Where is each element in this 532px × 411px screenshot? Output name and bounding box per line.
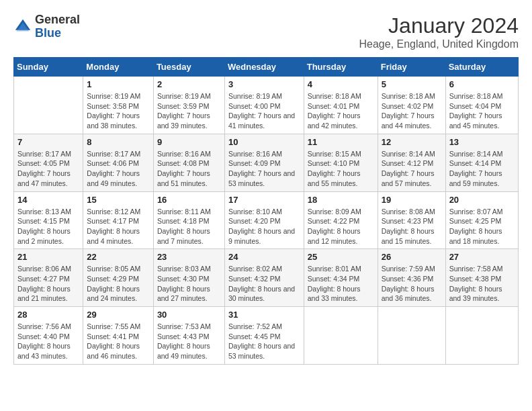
day-info: Sunrise: 8:02 AMSunset: 4:32 PMDaylight:… <box>228 264 300 304</box>
calendar-cell: 9Sunrise: 8:16 AMSunset: 4:08 PMDaylight… <box>153 134 224 191</box>
calendar-week-row: 7Sunrise: 8:17 AMSunset: 4:05 PMDaylight… <box>14 134 519 191</box>
calendar-cell: 27Sunrise: 7:58 AMSunset: 4:38 PMDayligh… <box>445 249 518 307</box>
day-number: 2 <box>157 79 221 89</box>
calendar-cell: 17Sunrise: 8:10 AMSunset: 4:20 PMDayligh… <box>224 191 304 249</box>
calendar-week-row: 21Sunrise: 8:06 AMSunset: 4:27 PMDayligh… <box>14 249 519 307</box>
day-info: Sunrise: 8:14 AMSunset: 4:14 PMDaylight:… <box>449 149 515 189</box>
header: General Blue January 2024 Heage, England… <box>13 13 519 50</box>
header-day: Wednesday <box>224 58 304 77</box>
header-day: Sunday <box>14 58 83 77</box>
calendar-table: SundayMondayTuesdayWednesdayThursdayFrid… <box>13 57 519 365</box>
day-number: 23 <box>157 252 221 262</box>
day-number: 6 <box>449 79 515 89</box>
subtitle: Heage, England, United Kingdom <box>359 38 519 50</box>
calendar-cell: 22Sunrise: 8:05 AMSunset: 4:29 PMDayligh… <box>83 249 154 307</box>
day-number: 31 <box>228 310 300 320</box>
calendar-week-row: 28Sunrise: 7:56 AMSunset: 4:40 PMDayligh… <box>14 307 519 365</box>
calendar-cell: 29Sunrise: 7:55 AMSunset: 4:41 PMDayligh… <box>83 307 154 365</box>
calendar-cell: 8Sunrise: 8:17 AMSunset: 4:06 PMDaylight… <box>83 134 154 191</box>
day-number: 26 <box>382 252 442 262</box>
day-info: Sunrise: 8:08 AMSunset: 4:23 PMDaylight:… <box>382 207 442 246</box>
logo-blue: Blue <box>35 27 80 40</box>
header-day: Tuesday <box>153 58 224 77</box>
day-number: 11 <box>308 137 374 147</box>
calendar-cell <box>378 307 445 365</box>
day-number: 28 <box>17 310 79 320</box>
calendar-cell: 7Sunrise: 8:17 AMSunset: 4:05 PMDaylight… <box>14 134 83 191</box>
day-info: Sunrise: 8:16 AMSunset: 4:09 PMDaylight:… <box>228 149 300 189</box>
day-number: 19 <box>382 195 442 205</box>
calendar-cell: 31Sunrise: 7:52 AMSunset: 4:45 PMDayligh… <box>224 307 304 365</box>
calendar-cell: 28Sunrise: 7:56 AMSunset: 4:40 PMDayligh… <box>14 307 83 365</box>
calendar-cell: 21Sunrise: 8:06 AMSunset: 4:27 PMDayligh… <box>14 249 83 307</box>
calendar-week-row: 1Sunrise: 8:19 AMSunset: 3:58 PMDaylight… <box>14 77 519 134</box>
logo-icon <box>13 17 32 36</box>
day-number: 1 <box>87 79 150 89</box>
day-info: Sunrise: 8:17 AMSunset: 4:05 PMDaylight:… <box>17 149 79 189</box>
calendar-cell: 12Sunrise: 8:14 AMSunset: 4:12 PMDayligh… <box>378 134 445 191</box>
calendar-cell: 25Sunrise: 8:01 AMSunset: 4:34 PMDayligh… <box>304 249 378 307</box>
day-number: 17 <box>228 195 300 205</box>
logo-general: General <box>35 13 80 27</box>
day-number: 3 <box>228 79 300 89</box>
calendar-cell: 10Sunrise: 8:16 AMSunset: 4:09 PMDayligh… <box>224 134 304 191</box>
header-day: Monday <box>83 58 154 77</box>
calendar-cell: 30Sunrise: 7:53 AMSunset: 4:43 PMDayligh… <box>153 307 224 365</box>
calendar-cell: 13Sunrise: 8:14 AMSunset: 4:14 PMDayligh… <box>445 134 518 191</box>
day-info: Sunrise: 7:56 AMSunset: 4:40 PMDaylight:… <box>17 322 79 361</box>
day-info: Sunrise: 8:19 AMSunset: 3:58 PMDaylight:… <box>87 91 150 131</box>
main-title: January 2024 <box>359 13 519 38</box>
calendar-cell: 16Sunrise: 8:11 AMSunset: 4:18 PMDayligh… <box>153 191 224 249</box>
day-info: Sunrise: 8:19 AMSunset: 3:59 PMDaylight:… <box>157 91 221 131</box>
calendar-cell <box>14 77 83 134</box>
calendar-cell: 26Sunrise: 7:59 AMSunset: 4:36 PMDayligh… <box>378 249 445 307</box>
calendar-cell: 18Sunrise: 8:09 AMSunset: 4:22 PMDayligh… <box>304 191 378 249</box>
day-info: Sunrise: 8:15 AMSunset: 4:10 PMDaylight:… <box>308 149 374 189</box>
day-info: Sunrise: 7:58 AMSunset: 4:38 PMDaylight:… <box>449 264 515 304</box>
day-info: Sunrise: 8:03 AMSunset: 4:30 PMDaylight:… <box>157 264 221 304</box>
day-number: 8 <box>87 137 150 147</box>
day-info: Sunrise: 8:01 AMSunset: 4:34 PMDaylight:… <box>308 264 374 304</box>
calendar-cell: 6Sunrise: 8:18 AMSunset: 4:04 PMDaylight… <box>445 77 518 134</box>
calendar-cell: 2Sunrise: 8:19 AMSunset: 3:59 PMDaylight… <box>153 77 224 134</box>
day-info: Sunrise: 8:18 AMSunset: 4:01 PMDaylight:… <box>308 91 374 131</box>
day-info: Sunrise: 8:09 AMSunset: 4:22 PMDaylight:… <box>308 207 374 246</box>
calendar-week-row: 14Sunrise: 8:13 AMSunset: 4:15 PMDayligh… <box>14 191 519 249</box>
calendar-cell: 24Sunrise: 8:02 AMSunset: 4:32 PMDayligh… <box>224 249 304 307</box>
calendar-cell: 11Sunrise: 8:15 AMSunset: 4:10 PMDayligh… <box>304 134 378 191</box>
day-number: 29 <box>87 310 150 320</box>
day-number: 20 <box>449 195 515 205</box>
logo: General Blue <box>13 13 80 40</box>
day-number: 22 <box>87 252 150 262</box>
calendar-cell: 5Sunrise: 8:18 AMSunset: 4:02 PMDaylight… <box>378 77 445 134</box>
day-info: Sunrise: 7:59 AMSunset: 4:36 PMDaylight:… <box>382 264 442 304</box>
day-info: Sunrise: 8:17 AMSunset: 4:06 PMDaylight:… <box>87 149 150 189</box>
day-info: Sunrise: 7:55 AMSunset: 4:41 PMDaylight:… <box>87 322 150 361</box>
day-info: Sunrise: 7:52 AMSunset: 4:45 PMDaylight:… <box>228 322 300 361</box>
calendar-cell: 14Sunrise: 8:13 AMSunset: 4:15 PMDayligh… <box>14 191 83 249</box>
calendar-cell <box>304 307 378 365</box>
day-info: Sunrise: 8:06 AMSunset: 4:27 PMDaylight:… <box>17 264 79 304</box>
day-info: Sunrise: 8:16 AMSunset: 4:08 PMDaylight:… <box>157 149 221 189</box>
day-number: 18 <box>308 195 374 205</box>
day-number: 7 <box>17 137 79 147</box>
calendar-cell: 20Sunrise: 8:07 AMSunset: 4:25 PMDayligh… <box>445 191 518 249</box>
day-number: 25 <box>308 252 374 262</box>
day-number: 12 <box>382 137 442 147</box>
day-info: Sunrise: 8:13 AMSunset: 4:15 PMDaylight:… <box>17 207 79 246</box>
day-info: Sunrise: 7:53 AMSunset: 4:43 PMDaylight:… <box>157 322 221 361</box>
header-day: Friday <box>378 58 445 77</box>
day-number: 16 <box>157 195 221 205</box>
day-number: 15 <box>87 195 150 205</box>
day-number: 27 <box>449 252 515 262</box>
day-number: 4 <box>308 79 374 89</box>
calendar-cell: 4Sunrise: 8:18 AMSunset: 4:01 PMDaylight… <box>304 77 378 134</box>
day-number: 14 <box>17 195 79 205</box>
calendar-cell: 23Sunrise: 8:03 AMSunset: 4:30 PMDayligh… <box>153 249 224 307</box>
day-info: Sunrise: 8:18 AMSunset: 4:04 PMDaylight:… <box>449 91 515 131</box>
day-info: Sunrise: 8:05 AMSunset: 4:29 PMDaylight:… <box>87 264 150 304</box>
day-number: 5 <box>382 79 442 89</box>
calendar-cell <box>445 307 518 365</box>
day-info: Sunrise: 8:18 AMSunset: 4:02 PMDaylight:… <box>382 91 442 131</box>
day-number: 30 <box>157 310 221 320</box>
